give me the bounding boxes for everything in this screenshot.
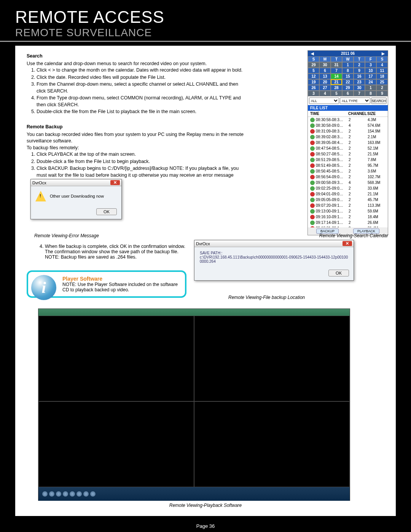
file-row[interactable]: 09:17:14-09:1…226.6M (308, 220, 388, 225)
calendar-cell[interactable]: 18 (376, 73, 388, 79)
calendar-cell[interactable]: 7 (331, 68, 342, 73)
taskbar-icon[interactable] (63, 491, 68, 497)
calendar-cell[interactable]: 30 (319, 62, 331, 68)
file-row[interactable]: 09:13:00-09:1…259.6M (308, 208, 388, 214)
calendar-cell[interactable]: 21 (331, 79, 342, 85)
taskbar-icon[interactable] (76, 491, 82, 497)
calendar-cell[interactable]: 14 (331, 73, 342, 79)
file-row[interactable]: 08:31:09-08:3…2154.9M (308, 128, 388, 134)
warning-icon (35, 191, 46, 201)
calendar-cell[interactable]: 4 (376, 62, 388, 68)
file-cell: 09:04:01-09:0… (316, 191, 349, 197)
player-grid (38, 316, 350, 487)
file-row[interactable]: 09:04:01-09:0…221.1M (308, 191, 388, 197)
taskbar-icon[interactable] (70, 491, 75, 497)
calendar-prev-icon[interactable]: ◀ (311, 51, 314, 56)
taskbar-icon[interactable] (90, 491, 96, 497)
channel-select[interactable]: ALL (309, 97, 339, 104)
calendar-cell[interactable]: 9 (354, 68, 365, 73)
file-row[interactable]: 08:50:27-08:5…221.5M (308, 151, 388, 157)
file-cell: 08:51:49-08:5… (316, 163, 349, 168)
calendar-cell[interactable]: 7 (354, 91, 365, 96)
step-4-block: When file backup is complete, click OK i… (27, 244, 186, 260)
common-icon (310, 118, 315, 122)
calendar-cell[interactable]: 8 (365, 91, 376, 96)
file-row[interactable]: 08:51:29-08:5…27.8M (308, 157, 388, 163)
calendar-cell[interactable]: 2 (354, 62, 365, 68)
calendar-cell[interactable]: 3 (365, 62, 376, 68)
calendar-cell[interactable]: 29 (342, 85, 354, 91)
calendar-cell[interactable]: 23 (354, 79, 365, 85)
calendar-cell[interactable]: 3 (308, 91, 319, 96)
calendar-cell[interactable]: 4 (319, 91, 331, 96)
calendar-cell[interactable]: 30 (354, 85, 365, 91)
calendar-cell[interactable]: 11 (376, 68, 388, 73)
calendar-cell[interactable]: 2 (376, 85, 388, 91)
calendar-cell[interactable]: 16 (354, 73, 365, 79)
calendar-cell[interactable]: 8 (342, 68, 354, 73)
search-button[interactable]: SEARCH (371, 97, 387, 104)
calendar-cell[interactable]: 17 (365, 73, 376, 79)
backup-heading: Remote Backup (27, 124, 247, 131)
taskbar-icon[interactable] (56, 491, 61, 497)
file-row[interactable]: 09:05:05-09:0…245.7M (308, 197, 388, 203)
calendar-cell[interactable]: 1 (342, 62, 354, 68)
calendar-cell[interactable]: 13 (319, 73, 331, 79)
calendar-cell[interactable]: 19 (308, 79, 319, 85)
calendar-cell[interactable]: 20 (319, 79, 331, 85)
file-list-header: FILE LIST (308, 105, 388, 111)
taskbar-icon[interactable] (49, 491, 54, 497)
file-row[interactable]: 08:39:02-08:3…22.1M (308, 134, 388, 140)
calendar-cell[interactable]: 26 (308, 85, 319, 91)
file-row[interactable]: 08:56:54-09:0…2102.7M (308, 174, 388, 180)
file-row[interactable]: 08:47:54-08:5…252.1M (308, 145, 388, 151)
file-cell: 2 (349, 174, 368, 180)
calendar-cell[interactable]: 5 (308, 68, 319, 73)
calendar-cell[interactable]: 1 (365, 85, 376, 91)
calendar-cell[interactable]: 25 (376, 79, 388, 85)
file-cell: 2 (349, 191, 368, 197)
calendar-next-icon[interactable]: ▶ (382, 51, 385, 56)
calendar-cell[interactable]: 22 (342, 79, 354, 85)
calendar-cell[interactable]: 24 (365, 79, 376, 85)
file-row[interactable]: 09:00:58-09:3…4568.3M (308, 180, 388, 185)
calendar-cell[interactable]: 12 (308, 73, 319, 79)
calendar-cell[interactable]: 31 (331, 62, 342, 68)
calendar-title-bar: ◀ 2011 06 ▶ (308, 51, 388, 56)
search-step: From the Type drop-down menu, select COM… (37, 95, 247, 108)
taskbar-icon[interactable] (83, 491, 89, 497)
close-icon[interactable]: ✕ (110, 180, 120, 185)
file-row[interactable]: 09:07:20-09:1…2113.3M (308, 203, 388, 208)
calendar-title: 2011 06 (341, 51, 355, 56)
search-intro: Use the calendar and drop-down menus to … (27, 61, 247, 67)
save-ok-button[interactable]: OK (328, 270, 349, 276)
file-row[interactable]: 08:51:49-08:5…295.7M (308, 163, 388, 168)
file-cell: 95.7M (368, 163, 384, 168)
file-cell: 102.7M (368, 174, 384, 180)
file-row[interactable]: 08:30:58-09:0…4574.6M (308, 123, 388, 128)
file-row[interactable]: 09:18:31-09:1…221.4M (308, 225, 388, 227)
calendar-cell[interactable]: 6 (319, 68, 331, 73)
close-icon[interactable]: ✕ (342, 241, 352, 246)
calendar-cell[interactable]: 29 (308, 62, 319, 68)
calendar-cell[interactable]: 5 (331, 91, 342, 96)
file-cell: 09:13:00-09:1… (316, 208, 349, 214)
calendar-cell[interactable]: 10 (365, 68, 376, 73)
file-row[interactable]: 09:02:25-09:0…233.6M (308, 185, 388, 191)
taskbar-icon[interactable] (42, 491, 48, 497)
calendar-cell[interactable]: 6 (342, 91, 354, 96)
calendar-cell[interactable]: 28 (331, 85, 342, 91)
calendar-cell[interactable]: 9 (376, 91, 388, 96)
file-row[interactable]: 08:56:45-08:5…23.6M (308, 168, 388, 174)
calendar-cell[interactable]: 15 (342, 73, 354, 79)
file-row[interactable]: 08:39:05-08:4…2163.8M (308, 140, 388, 145)
file-row[interactable]: 09:16:10-09:1…218.4M (308, 214, 388, 220)
calendar-cell[interactable]: 27 (319, 85, 331, 91)
type-select[interactable]: ALL TYPE (340, 97, 370, 104)
alarm-icon (310, 163, 315, 168)
error-ok-button[interactable]: OK (96, 208, 117, 215)
file-list[interactable]: 08:30:58-08:3…24.3M08:30:58-09:0…4574.6M… (308, 117, 388, 227)
player-titlebar (38, 309, 350, 316)
file-row[interactable]: 08:30:58-08:3…24.3M (308, 117, 388, 123)
file-cell: 113.3M (368, 203, 384, 208)
